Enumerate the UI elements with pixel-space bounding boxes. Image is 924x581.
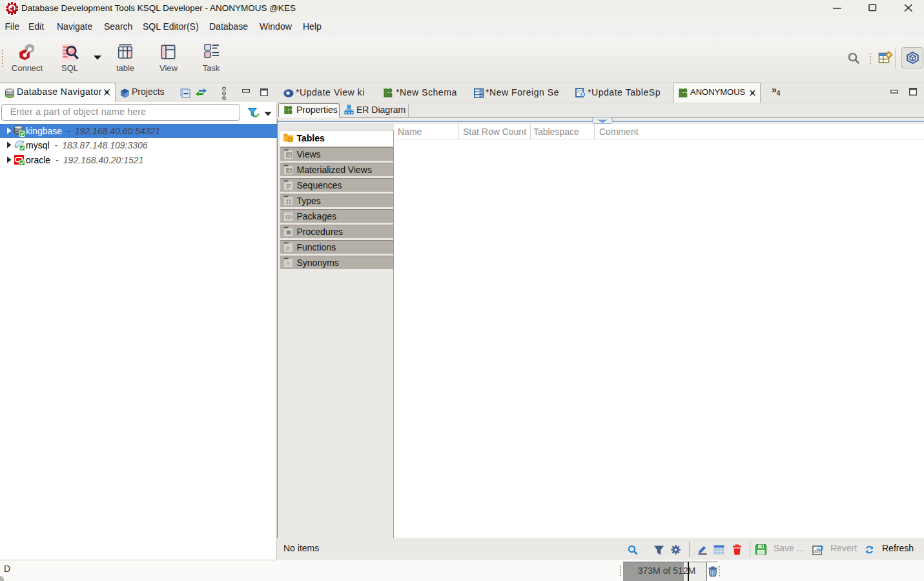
svg-text:A: A [286, 260, 290, 267]
svg-text:fx: fx [285, 245, 289, 251]
